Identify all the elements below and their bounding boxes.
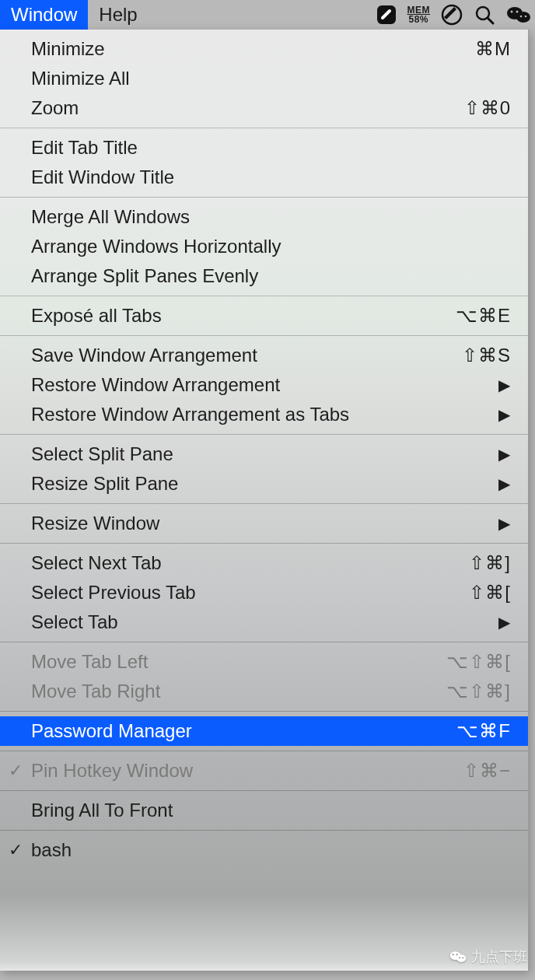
menu-item-label: Minimize All xyxy=(31,68,511,89)
menu-section: ✓bash xyxy=(0,831,528,870)
menu-item-label: Select Next Tab xyxy=(31,552,469,574)
menu-shortcut: ⌥⇧⌘] xyxy=(446,681,511,702)
menu-item[interactable]: Restore Window Arrangement▶ xyxy=(0,370,528,400)
menu-shortcut: ⌥⌘F xyxy=(456,720,511,742)
menu-item-label: Merge All Windows xyxy=(31,206,511,228)
wechat-icon[interactable] xyxy=(506,5,531,25)
menu-item-label: Select Previous Tab xyxy=(31,582,469,604)
svg-point-6 xyxy=(511,11,513,13)
svg-point-13 xyxy=(456,954,458,955)
svg-point-1 xyxy=(442,5,461,24)
checkmark-icon: ✓ xyxy=(0,840,31,860)
submenu-arrow-icon: ▶ xyxy=(498,376,511,394)
menu-item-label: Move Tab Left xyxy=(31,651,446,673)
menu-item-label: Edit Tab Title xyxy=(31,137,511,159)
menu-section: Exposé all Tabs⌥⌘E xyxy=(0,296,528,335)
menu-item[interactable]: Bring All To Front xyxy=(0,796,528,825)
menu-item[interactable]: ✓bash xyxy=(0,835,528,865)
menu-item[interactable]: Password Manager⌥⌘F xyxy=(0,716,528,746)
menu-item[interactable]: Arrange Windows Horizontally xyxy=(0,232,528,261)
menu-shortcut: ⇧⌘] xyxy=(469,552,511,574)
memory-indicator[interactable]: MEM 58% xyxy=(407,5,431,24)
menu-item[interactable]: Merge All Windows xyxy=(0,202,528,232)
submenu-arrow-icon: ▶ xyxy=(498,613,511,632)
menu-section: Password Manager⌥⌘F xyxy=(0,712,528,751)
menu-item[interactable]: Exposé all Tabs⌥⌘E xyxy=(0,301,528,331)
menu-item-label: Arrange Split Panes Evenly xyxy=(31,265,511,287)
menu-item-label: Arrange Windows Horizontally xyxy=(31,236,511,257)
svg-point-7 xyxy=(516,11,519,13)
menu-item-label: Restore Window Arrangement as Tabs xyxy=(31,404,498,425)
menu-shortcut: ⌥⇧⌘[ xyxy=(446,651,511,673)
watermark: 九点下班 xyxy=(449,947,527,966)
menu-item-label: Edit Window Title xyxy=(31,166,511,188)
shadowsocks-icon[interactable] xyxy=(441,4,463,26)
menu-item-label: Zoom xyxy=(31,97,464,119)
menu-item-label: Restore Window Arrangement xyxy=(31,374,498,396)
menu-section: Save Window Arrangement⇧⌘SRestore Window… xyxy=(0,336,528,434)
menu-item[interactable]: Resize Window▶ xyxy=(0,509,528,538)
menu-item-label: Password Manager xyxy=(31,720,456,742)
menu-item-label: Select Tab xyxy=(31,611,498,633)
menu-item[interactable]: Zoom⇧⌘0 xyxy=(0,93,528,123)
svg-point-9 xyxy=(525,16,527,18)
submenu-arrow-icon: ▶ xyxy=(498,405,511,424)
menu-item[interactable]: Minimize All xyxy=(0,64,528,93)
menu-item-label: Exposé all Tabs xyxy=(31,305,456,327)
menu-section: Merge All WindowsArrange Windows Horizon… xyxy=(0,198,528,296)
menu-shortcut: ⌥⌘E xyxy=(456,305,511,327)
search-icon[interactable] xyxy=(474,4,495,26)
svg-point-12 xyxy=(453,954,454,955)
menu-section: Bring All To Front xyxy=(0,791,528,830)
menu-shortcut: ⇧⌘S xyxy=(462,345,511,366)
menubar-help[interactable]: Help xyxy=(88,0,148,30)
menu-section: Select Split Pane▶Resize Split Pane▶ xyxy=(0,435,528,503)
menu-shortcut: ⇧⌘− xyxy=(463,760,511,782)
svg-point-8 xyxy=(520,16,523,18)
svg-point-11 xyxy=(456,954,466,962)
svg-point-15 xyxy=(462,957,463,958)
menu-item[interactable]: Select Previous Tab⇧⌘[ xyxy=(0,578,528,607)
menu-item[interactable]: Resize Split Pane▶ xyxy=(0,469,528,499)
menu-item[interactable]: Minimize⌘M xyxy=(0,34,528,64)
menu-item-label: bash xyxy=(31,839,511,861)
menu-item[interactable]: Select Tab▶ xyxy=(0,607,528,637)
submenu-arrow-icon: ▶ xyxy=(498,514,511,533)
menu-item-label: Resize Window xyxy=(31,513,498,534)
menu-item: Move Tab Right⌥⇧⌘] xyxy=(0,677,528,706)
menu-item[interactable]: Save Window Arrangement⇧⌘S xyxy=(0,341,528,370)
menu-item[interactable]: Restore Window Arrangement as Tabs▶ xyxy=(0,400,528,429)
menubar: Window Help MEM 58% xyxy=(0,0,535,30)
menu-item-label: Pin Hotkey Window xyxy=(31,760,463,782)
memory-value: 58% xyxy=(408,15,428,24)
menu-shortcut: ⇧⌘[ xyxy=(469,582,511,604)
wechat-icon xyxy=(449,948,467,965)
menubar-status-area: MEM 58% xyxy=(376,0,532,30)
menubar-window[interactable]: Window xyxy=(0,0,88,30)
menu-item[interactable]: Edit Tab Title xyxy=(0,133,528,163)
menu-item: Move Tab Left⌥⇧⌘[ xyxy=(0,647,528,677)
menu-item-label: Bring All To Front xyxy=(31,800,511,821)
svg-point-14 xyxy=(459,957,460,958)
cleanmymac-icon[interactable] xyxy=(376,5,397,25)
menu-item-label: Select Split Pane xyxy=(31,443,498,465)
watermark-text: 九点下班 xyxy=(471,947,527,966)
menu-item-label: Move Tab Right xyxy=(31,681,446,702)
menubar-help-label: Help xyxy=(99,4,137,26)
menu-section: Move Tab Left⌥⇧⌘[Move Tab Right⌥⇧⌘] xyxy=(0,642,528,711)
menu-item: ✓Pin Hotkey Window⇧⌘− xyxy=(0,756,528,786)
menu-item[interactable]: Select Next Tab⇧⌘] xyxy=(0,548,528,578)
menu-item[interactable]: Edit Window Title xyxy=(0,163,528,192)
menu-item[interactable]: Arrange Split Panes Evenly xyxy=(0,261,528,291)
svg-line-3 xyxy=(488,18,493,23)
menu-section: ✓Pin Hotkey Window⇧⌘− xyxy=(0,751,528,790)
menu-shortcut: ⇧⌘0 xyxy=(464,97,511,119)
svg-point-5 xyxy=(516,12,530,23)
menubar-window-label: Window xyxy=(11,4,77,26)
menu-item-label: Minimize xyxy=(31,38,475,60)
menu-section: Minimize⌘MMinimize AllZoom⇧⌘0 xyxy=(0,30,528,128)
menu-item[interactable]: Select Split Pane▶ xyxy=(0,439,528,469)
submenu-arrow-icon: ▶ xyxy=(498,474,511,493)
window-menu-dropdown: Minimize⌘MMinimize AllZoom⇧⌘0Edit Tab Ti… xyxy=(0,30,529,971)
menu-shortcut: ⌘M xyxy=(475,38,511,60)
